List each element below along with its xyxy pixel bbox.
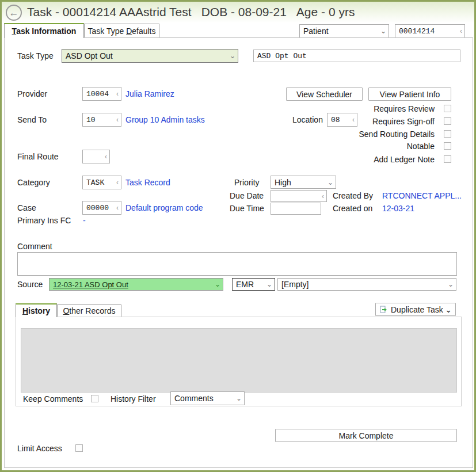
lookup-icon: ‹ (352, 116, 355, 124)
category-label: Category (17, 178, 50, 187)
source-value: 12-03-21 ASD Opt Out (53, 280, 128, 289)
keep-comments-checkbox[interactable] (91, 395, 98, 402)
limit-access-checkbox[interactable] (75, 444, 83, 452)
source-detail-value: [Empty] (281, 280, 309, 289)
send-routing-details-checkbox[interactable] (444, 130, 451, 138)
record-id-value: 00014214 (399, 27, 435, 36)
task-type-description-value: ASD Opt Out (257, 52, 307, 60)
case-label: Case (17, 203, 36, 212)
send-to-label: Send To (17, 115, 47, 124)
final-route-field[interactable]: ‹ (82, 150, 110, 163)
due-date-field[interactable]: ‹ (271, 190, 327, 202)
category-code-field[interactable]: TASK ‹ (82, 176, 121, 189)
duplicate-task-label: Duplicate Task (391, 305, 443, 314)
send-routing-details-label: Send Routing Details (319, 130, 435, 139)
requires-review-checkbox[interactable] (444, 105, 451, 112)
history-filter-label: History Filter (111, 394, 156, 404)
priority-value: High (275, 178, 291, 187)
category-link[interactable]: Task Record (125, 178, 170, 187)
lookup-icon: ‹ (116, 116, 119, 124)
provider-link[interactable]: Julia Ramirez (125, 89, 174, 98)
lookup-icon: ‹ (116, 90, 119, 98)
chevron-down-icon: ⌄ (448, 280, 454, 288)
task-type-label: Task Type (17, 51, 54, 60)
record-type-value: Patient (303, 26, 329, 36)
chevron-down-icon: ⌄ (328, 178, 333, 186)
duplicate-page-icon (379, 306, 387, 314)
category-code-value: TASK (86, 178, 104, 187)
final-route-label: Final Route (17, 152, 59, 161)
mark-complete-label: Mark Complete (339, 431, 394, 440)
created-by-link[interactable]: RTCONNECT APPL... (382, 191, 462, 200)
record-id-field[interactable]: 00014214 ‹ (395, 24, 465, 38)
created-by-label: Created By (333, 191, 373, 200)
add-ledger-note-label: Add Ledger Note (319, 155, 435, 164)
source-channel-select[interactable]: EMR ⌄ (232, 278, 275, 291)
lookup-icon: ‹ (322, 192, 324, 200)
back-button[interactable]: ← (6, 5, 22, 21)
keep-comments-label: Keep Comments (23, 394, 83, 404)
add-ledger-note-checkbox[interactable] (444, 155, 451, 163)
task-window: ← Task - 00014214 AAAstrid TestDOB - 08-… (0, 0, 476, 472)
provider-code-field[interactable]: 10004 ‹ (82, 87, 121, 101)
tab-history[interactable]: History (16, 303, 57, 317)
requires-sign-off-checkbox[interactable] (444, 117, 451, 125)
tab-label-accel: O (63, 306, 69, 315)
limit-access-label: Limit Access (17, 444, 62, 453)
view-patient-info-button[interactable]: View Patient Info (368, 87, 451, 101)
view-scheduler-label: View Scheduler (296, 90, 352, 99)
due-time-field[interactable] (271, 203, 321, 215)
view-patient-info-label: View Patient Info (380, 90, 440, 99)
lookup-icon: ‹ (460, 27, 462, 35)
source-select[interactable]: 12-03-21 ASD Opt Out ⌄ (49, 278, 223, 291)
history-filter-select[interactable]: Comments ⌄ (170, 391, 245, 405)
case-code-field[interactable]: 00000 ‹ (82, 201, 121, 215)
view-scheduler-button[interactable]: View Scheduler (286, 87, 363, 101)
primary-ins-fc-value: - (83, 216, 86, 225)
chevron-down-icon: ⌄ (236, 394, 242, 402)
tab-task-information[interactable]: Task Information (4, 23, 84, 38)
source-detail-select[interactable]: [Empty] ⌄ (277, 278, 456, 291)
requires-review-label: Requires Review (319, 104, 435, 113)
back-arrow-icon: ← (9, 8, 19, 18)
tab-task-type-defaults[interactable]: Task Type Defaults (84, 24, 159, 38)
location-code-field[interactable]: 08 ‹ (327, 113, 357, 127)
task-type-description-field[interactable]: ASD Opt Out (253, 50, 460, 62)
lookup-icon: ‹ (105, 153, 107, 161)
priority-select[interactable]: High ⌄ (271, 176, 336, 189)
mark-complete-button[interactable]: Mark Complete (275, 429, 457, 442)
due-time-label: Due Time (230, 204, 264, 213)
source-label: Source (17, 280, 43, 289)
history-filter-value: Comments (174, 394, 214, 403)
notable-checkbox[interactable] (444, 142, 451, 150)
title-task-segment: Task - 00014214 AAAstrid Test (27, 5, 192, 18)
send-to-code-field[interactable]: 10 ‹ (82, 113, 121, 127)
title-dob-segment: DOB - 08-09-21 (201, 5, 287, 18)
tab-label-accel: D (126, 26, 132, 36)
case-link[interactable]: Default program code (125, 203, 203, 212)
source-channel-value: EMR (236, 280, 254, 289)
case-code-value: 00000 (86, 204, 109, 212)
created-on-link[interactable]: 12-03-21 (382, 204, 414, 213)
tab-label-pre: Task Type (87, 26, 126, 36)
task-type-select[interactable]: ASD Opt Out ⌄ (62, 49, 238, 63)
history-list[interactable] (21, 328, 457, 393)
tab-label-accel: H (22, 306, 28, 315)
comment-textarea[interactable] (17, 252, 457, 276)
tab-label-rest: istory (28, 306, 50, 315)
provider-code-value: 10004 (86, 90, 109, 98)
duplicate-task-button[interactable]: Duplicate Task ⌄ (375, 303, 456, 316)
send-to-link[interactable]: Group 10 Admin tasks (125, 115, 205, 124)
primary-ins-fc-label: Primary Ins FC (17, 216, 71, 225)
created-on-label: Created on (333, 204, 372, 213)
tab-label-rest: efaults (132, 26, 155, 36)
record-type-select[interactable]: Patient ⌄ (299, 24, 389, 38)
chevron-down-icon: ⌄ (380, 27, 386, 35)
provider-label: Provider (17, 89, 47, 98)
tab-other-records[interactable]: Other Records (57, 304, 121, 317)
task-type-value: ASD Opt Out (66, 51, 113, 60)
lookup-icon: ‹ (116, 178, 119, 186)
chevron-down-icon: ⌄ (230, 52, 235, 60)
notable-label: Notable (319, 142, 435, 151)
location-code-value: 08 (331, 116, 340, 124)
